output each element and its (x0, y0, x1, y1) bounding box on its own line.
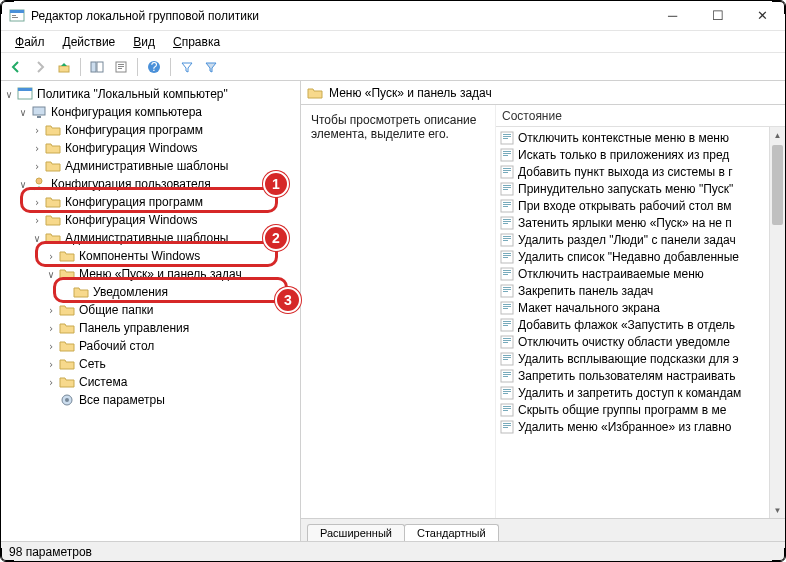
maximize-button[interactable]: ☐ (695, 1, 740, 30)
filter-button[interactable] (176, 56, 198, 78)
setting-icon (500, 403, 514, 417)
tree-root[interactable]: ∨Политика "Локальный компьютер" (3, 85, 298, 103)
list-item-label: Удалить раздел "Люди" с панели задач (518, 233, 736, 247)
expand-icon[interactable]: › (45, 305, 57, 316)
expand-icon[interactable]: › (45, 323, 57, 334)
expand-icon[interactable]: ∨ (45, 269, 57, 280)
menu-help[interactable]: Справка (165, 33, 228, 51)
list-item[interactable]: Добавить флажок «Запустить в отдель (496, 316, 785, 333)
expand-icon[interactable]: ∨ (17, 107, 29, 118)
svg-point-17 (36, 178, 42, 184)
svg-rect-86 (503, 408, 511, 409)
list-item[interactable]: Запретить пользователям настраивать (496, 367, 785, 384)
setting-icon (500, 420, 514, 434)
tree-user-config[interactable]: ∨Конфигурация пользователя (3, 175, 298, 193)
tree-item[interactable]: ›Конфигурация Windows (3, 139, 298, 157)
tree-item[interactable]: ›Система (3, 373, 298, 391)
list-item[interactable]: Отключить настраиваемые меню (496, 265, 785, 282)
svg-rect-42 (503, 221, 511, 222)
properties-button[interactable] (110, 56, 132, 78)
tree-item[interactable]: ›Сеть (3, 355, 298, 373)
scroll-up-button[interactable]: ▲ (770, 127, 785, 143)
tree-item[interactable]: ›Компоненты Windows (3, 247, 298, 265)
menu-view[interactable]: Вид (125, 33, 163, 51)
expand-icon[interactable]: › (45, 341, 57, 352)
content-body: Чтобы просмотреть описание элемента, выд… (301, 105, 785, 519)
expand-icon[interactable]: › (31, 125, 43, 136)
svg-rect-67 (503, 325, 508, 326)
expand-icon[interactable]: › (31, 197, 43, 208)
list-item[interactable]: Макет начального экрана (496, 299, 785, 316)
menu-file[interactable]: Файл (7, 33, 53, 51)
list-item-label: Отключить очистку области уведомле (518, 335, 730, 349)
list-item[interactable]: Принудительно запускать меню "Пуск" (496, 180, 785, 197)
tree-item[interactable]: ›Конфигурация Windows (3, 211, 298, 229)
list-item[interactable]: Отключить очистку области уведомле (496, 333, 785, 350)
forward-button[interactable] (29, 56, 51, 78)
list-item[interactable]: Удалить всплывающие подсказки для э (496, 350, 785, 367)
list-item-label: Добавить флажок «Запустить в отдель (518, 318, 735, 332)
tree-item[interactable]: ›Панель управления (3, 319, 298, 337)
tree-admin-templates[interactable]: ∨Административные шаблоны (3, 229, 298, 247)
list-item-label: Закрепить панель задач (518, 284, 653, 298)
expand-icon[interactable]: › (45, 251, 57, 262)
expand-icon[interactable]: › (45, 377, 57, 388)
tree-item[interactable]: ›Конфигурация программ (3, 121, 298, 139)
list-item[interactable]: Закрепить панель задач (496, 282, 785, 299)
expand-icon[interactable]: ∨ (31, 233, 43, 244)
tree-computer-config[interactable]: ∨Конфигурация компьютера (3, 103, 298, 121)
show-hide-tree-button[interactable] (86, 56, 108, 78)
computer-icon (31, 104, 47, 120)
expand-icon[interactable]: ∨ (17, 179, 29, 190)
svg-rect-33 (503, 185, 511, 186)
list-item[interactable]: Удалить раздел "Люди" с панели задач (496, 231, 785, 248)
svg-rect-9 (118, 66, 124, 67)
expand-icon[interactable]: ∨ (3, 89, 15, 100)
window-controls: ─ ☐ ✕ (650, 1, 785, 30)
svg-rect-75 (503, 359, 508, 360)
menu-action[interactable]: Действие (55, 33, 124, 51)
column-header-state[interactable]: Состояние (496, 105, 785, 127)
help-button[interactable]: ? (143, 56, 165, 78)
description-panel: Чтобы просмотреть описание элемента, выд… (301, 105, 496, 518)
svg-rect-81 (503, 389, 511, 390)
list-item[interactable]: Затенить ярлыки меню «Пуск» на не п (496, 214, 785, 231)
tree-item[interactable]: ›Административные шаблоны (3, 157, 298, 175)
svg-rect-85 (503, 406, 511, 407)
expand-icon[interactable]: › (31, 143, 43, 154)
back-button[interactable] (5, 56, 27, 78)
minimize-button[interactable]: ─ (650, 1, 695, 30)
expand-icon[interactable]: › (31, 161, 43, 172)
tab-standard[interactable]: Стандартный (404, 524, 499, 541)
setting-icon (500, 199, 514, 213)
list-item[interactable]: Искать только в приложениях из пред (496, 146, 785, 163)
tree-item[interactable]: ›Общие папки (3, 301, 298, 319)
up-button[interactable] (53, 56, 75, 78)
list-item[interactable]: Удалить и запретить доступ к командам (496, 384, 785, 401)
list-item[interactable]: Скрыть общие группы программ в ме (496, 401, 785, 418)
tab-extended[interactable]: Расширенный (307, 524, 405, 541)
svg-text:?: ? (151, 60, 158, 74)
tree-item[interactable]: Уведомления (3, 283, 298, 301)
svg-rect-73 (503, 355, 511, 356)
svg-rect-23 (503, 138, 508, 139)
setting-icon (500, 148, 514, 162)
list-item[interactable]: Добавить пункт выхода из системы в г (496, 163, 785, 180)
tree-item[interactable]: ›Рабочий стол (3, 337, 298, 355)
filter-options-button[interactable] (200, 56, 222, 78)
vertical-scrollbar[interactable]: ▲ ▼ (769, 127, 785, 518)
scroll-down-button[interactable]: ▼ (770, 502, 785, 518)
scroll-thumb[interactable] (772, 145, 783, 225)
svg-rect-5 (91, 62, 96, 72)
tree-start-menu[interactable]: ∨Меню «Пуск» и панель задач (3, 265, 298, 283)
list-item[interactable]: При входе открывать рабочий стол вм (496, 197, 785, 214)
setting-icon (500, 131, 514, 145)
tree-item[interactable]: Все параметры (3, 391, 298, 409)
tree-item[interactable]: ›Конфигурация программ (3, 193, 298, 211)
list-item[interactable]: Отключить контекстные меню в меню (496, 129, 785, 146)
expand-icon[interactable]: › (31, 215, 43, 226)
list-item[interactable]: Удалить список "Недавно добавленные (496, 248, 785, 265)
list-item-label: Затенить ярлыки меню «Пуск» на не п (518, 216, 732, 230)
list-item[interactable]: Удалить меню «Избранное» из главно (496, 418, 785, 435)
expand-icon[interactable]: › (45, 359, 57, 370)
